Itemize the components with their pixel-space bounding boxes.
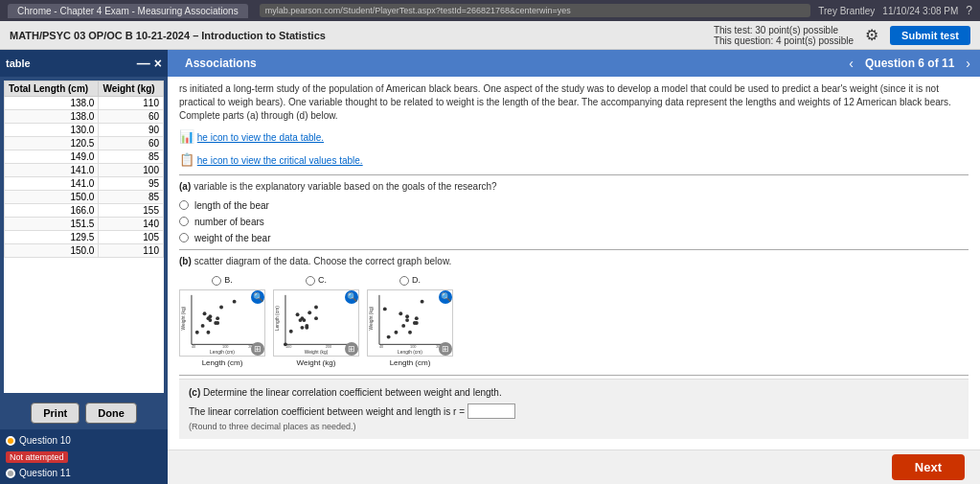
svg-point-47 bbox=[394, 331, 398, 334]
separator-3 bbox=[179, 375, 969, 376]
part-b-label: (b) bbox=[179, 256, 192, 266]
plot-c-xlabel: Weight (kg) bbox=[297, 358, 336, 367]
table-cell: 85 bbox=[99, 150, 164, 164]
table-cell: 100 bbox=[99, 164, 164, 177]
svg-text:40: 40 bbox=[192, 344, 195, 349]
svg-point-54 bbox=[399, 311, 402, 315]
svg-point-15 bbox=[203, 311, 207, 315]
question10-radio bbox=[6, 436, 15, 446]
done-button[interactable]: Done bbox=[85, 403, 137, 424]
svg-text:Weight (kg): Weight (kg) bbox=[305, 350, 329, 355]
part-b-question: scatter diagram of the data. Choose the … bbox=[194, 256, 452, 266]
svg-text:100: 100 bbox=[222, 344, 228, 349]
plot-b-xlabel: Length (cm) bbox=[202, 358, 243, 367]
part-c-text: Determine the linear correlation coeffic… bbox=[203, 387, 502, 398]
correlation-note: (Round to three decimal places as needed… bbox=[189, 421, 959, 434]
plot-c-magnify-button[interactable]: 🔍 bbox=[345, 290, 358, 304]
table-cell: 90 bbox=[99, 124, 164, 137]
svg-point-6 bbox=[206, 331, 210, 334]
data-table: Total Length (cm) Weight (kg) 138.011013… bbox=[4, 81, 164, 258]
settings-icon[interactable]: ⚙ bbox=[865, 26, 878, 44]
data-table-icon-link[interactable]: he icon to view the data table. bbox=[197, 132, 324, 143]
svg-point-31 bbox=[302, 318, 306, 322]
option-length-radio[interactable] bbox=[179, 200, 189, 210]
table-cell: 150.0 bbox=[5, 191, 99, 204]
svg-text:100: 100 bbox=[410, 344, 416, 349]
critical-values-link: 📋 he icon to view the critical values ta… bbox=[179, 151, 969, 169]
option-bears[interactable]: number of bears bbox=[179, 215, 969, 229]
table-cell: 129.5 bbox=[5, 231, 99, 244]
plot-c-label: C. bbox=[318, 274, 327, 288]
table-cell: 149.0 bbox=[5, 150, 99, 164]
table-cell: 110 bbox=[99, 244, 164, 258]
header-right: This test: 30 point(s) possible This que… bbox=[714, 25, 970, 46]
table-row: 130.090 bbox=[5, 124, 164, 137]
table-cell: 150.0 bbox=[5, 244, 99, 258]
plot-b-expand-button[interactable]: ⊞ bbox=[251, 342, 264, 356]
url-bar[interactable]: mylab.pearson.com/Student/PlayerTest.asp… bbox=[260, 4, 811, 17]
test-info: This test: 30 point(s) possible This que… bbox=[714, 25, 854, 46]
browser-user: Trey Brantley bbox=[818, 6, 875, 16]
print-button[interactable]: Print bbox=[31, 403, 80, 424]
table-cell: 110 bbox=[99, 97, 164, 110]
option-bears-label: number of bears bbox=[194, 215, 264, 229]
question-nav-bar: ‹ Question 6 of 11 › bbox=[849, 50, 970, 77]
question10-item[interactable]: Question 10 bbox=[6, 433, 162, 448]
part-b: (b) scatter diagram of the data. Choose … bbox=[179, 253, 969, 369]
critical-values-icon-link[interactable]: he icon to view the critical values tabl… bbox=[197, 155, 363, 166]
part-a-options: length of the bear number of bears weigh… bbox=[179, 198, 969, 245]
part-a-label: (a) bbox=[179, 181, 191, 192]
plot-b-radio[interactable] bbox=[212, 276, 221, 286]
plot-c-container: Weight (kg) Length (cm) bbox=[273, 289, 359, 357]
svg-point-11 bbox=[208, 318, 212, 322]
plot-b-option: B. Length (cm) Weight bbox=[179, 274, 265, 369]
question-intro: rs initiated a long-term study of the po… bbox=[179, 82, 969, 123]
next-button[interactable]: Next bbox=[892, 454, 965, 480]
table-cell: 138.0 bbox=[5, 97, 99, 110]
table-cell: 141.0 bbox=[5, 164, 99, 177]
correlation-input[interactable] bbox=[467, 403, 515, 419]
question11-radio bbox=[6, 469, 15, 478]
option-length-label: length of the bear bbox=[194, 198, 269, 213]
plot-d-expand-button[interactable]: ⊞ bbox=[439, 342, 452, 356]
content-scroll: rs initiated a long-term study of the po… bbox=[168, 77, 980, 484]
scatter-plots: B. Length (cm) Weight bbox=[179, 274, 969, 369]
sidebar: table — × Total Length (cm) Weight (kg) … bbox=[0, 50, 168, 484]
minimize-button[interactable]: — bbox=[137, 57, 150, 70]
correlation-label: The linear correlation coefficient betwe… bbox=[189, 405, 465, 416]
question11-item[interactable]: Question 11 bbox=[6, 466, 162, 480]
sidebar-header: table — × bbox=[0, 50, 168, 77]
svg-point-52 bbox=[387, 335, 391, 339]
table-cell: 140 bbox=[99, 218, 164, 231]
help-icon[interactable]: ? bbox=[966, 4, 972, 17]
content-area: Associations ‹ Question 6 of 11 › rs ini… bbox=[168, 50, 980, 484]
plot-d-magnify-button[interactable]: 🔍 bbox=[439, 290, 452, 304]
submit-test-button[interactable]: Submit test bbox=[890, 26, 970, 45]
svg-point-51 bbox=[415, 321, 419, 325]
data-table-link: 📊 he icon to view the data table. bbox=[179, 128, 969, 146]
plot-d-xlabel: Length (cm) bbox=[390, 358, 431, 367]
bottom-bar: Next bbox=[168, 449, 980, 484]
option-weight[interactable]: weight of the bear bbox=[179, 231, 969, 245]
svg-text:200: 200 bbox=[326, 344, 331, 349]
option-bears-radio[interactable] bbox=[179, 217, 189, 226]
table-cell: 155 bbox=[99, 204, 164, 218]
part-c: (c) Determine the linear correlation coe… bbox=[179, 379, 969, 440]
course-title: MATH/PSYC 03 OP/OC B 10-21-2024 – Introd… bbox=[10, 30, 326, 41]
browser-tab[interactable]: Chrome - Chapter 4 Exam - Measuring Asso… bbox=[8, 4, 248, 18]
svg-point-26 bbox=[314, 316, 318, 320]
prev-question-button[interactable]: ‹ bbox=[849, 56, 854, 71]
table-row: 141.095 bbox=[5, 177, 164, 191]
svg-text:Length (cm): Length (cm) bbox=[275, 306, 280, 331]
table-cell: 151.5 bbox=[5, 218, 99, 231]
plot-c-expand-button[interactable]: ⊞ bbox=[345, 342, 358, 356]
plot-b-magnify-button[interactable]: 🔍 bbox=[251, 290, 264, 304]
next-question-button[interactable]: › bbox=[966, 56, 970, 71]
table-row: 151.5140 bbox=[5, 218, 164, 231]
plot-d-radio[interactable] bbox=[399, 276, 409, 286]
plot-c-radio[interactable] bbox=[306, 276, 315, 286]
option-length[interactable]: length of the bear bbox=[179, 198, 969, 213]
svg-point-35 bbox=[296, 312, 300, 316]
option-weight-radio[interactable] bbox=[179, 233, 189, 242]
close-button[interactable]: × bbox=[154, 57, 162, 70]
